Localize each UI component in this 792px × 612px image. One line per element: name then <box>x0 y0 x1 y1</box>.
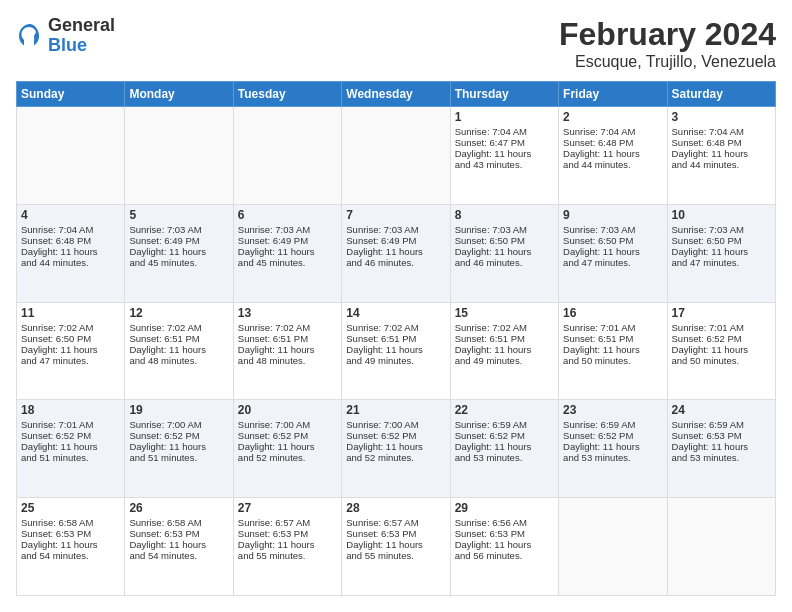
day-info: Daylight: 11 hours <box>563 441 662 452</box>
day-info: and 53 minutes. <box>672 452 771 463</box>
day-info: and 53 minutes. <box>455 452 554 463</box>
day-info: Sunrise: 7:04 AM <box>672 126 771 137</box>
day-info: Sunset: 6:52 PM <box>346 430 445 441</box>
day-info: Daylight: 11 hours <box>238 441 337 452</box>
day-info: and 46 minutes. <box>346 257 445 268</box>
day-info: Daylight: 11 hours <box>455 246 554 257</box>
day-info: Sunset: 6:50 PM <box>455 235 554 246</box>
header: General Blue February 2024 Escuque, Truj… <box>16 16 776 71</box>
calendar-cell <box>559 498 667 596</box>
day-header-thursday: Thursday <box>450 82 558 107</box>
day-info: and 54 minutes. <box>21 550 120 561</box>
day-info: Daylight: 11 hours <box>129 344 228 355</box>
day-info: Sunrise: 7:03 AM <box>455 224 554 235</box>
day-info: Sunrise: 7:01 AM <box>672 322 771 333</box>
day-info: Daylight: 11 hours <box>238 539 337 550</box>
day-info: Sunset: 6:49 PM <box>346 235 445 246</box>
day-header-friday: Friday <box>559 82 667 107</box>
week-row-3: 11Sunrise: 7:02 AMSunset: 6:50 PMDayligh… <box>17 302 776 400</box>
week-row-5: 25Sunrise: 6:58 AMSunset: 6:53 PMDayligh… <box>17 498 776 596</box>
day-info: Sunrise: 7:01 AM <box>21 419 120 430</box>
day-info: Daylight: 11 hours <box>21 344 120 355</box>
day-info: and 47 minutes. <box>21 355 120 366</box>
day-info: Daylight: 11 hours <box>672 344 771 355</box>
calendar-table: SundayMondayTuesdayWednesdayThursdayFrid… <box>16 81 776 596</box>
day-info: Daylight: 11 hours <box>129 246 228 257</box>
calendar-cell: 14Sunrise: 7:02 AMSunset: 6:51 PMDayligh… <box>342 302 450 400</box>
calendar-cell: 3Sunrise: 7:04 AMSunset: 6:48 PMDaylight… <box>667 107 775 205</box>
calendar-cell: 18Sunrise: 7:01 AMSunset: 6:52 PMDayligh… <box>17 400 125 498</box>
calendar-cell <box>17 107 125 205</box>
day-number: 10 <box>672 208 771 222</box>
day-number: 24 <box>672 403 771 417</box>
day-number: 4 <box>21 208 120 222</box>
day-info: Daylight: 11 hours <box>455 148 554 159</box>
day-number: 17 <box>672 306 771 320</box>
day-info: and 53 minutes. <box>563 452 662 463</box>
day-info: Daylight: 11 hours <box>672 148 771 159</box>
calendar-cell <box>233 107 341 205</box>
day-info: Sunrise: 6:57 AM <box>346 517 445 528</box>
day-info: Sunrise: 7:04 AM <box>21 224 120 235</box>
day-info: Sunrise: 7:03 AM <box>238 224 337 235</box>
calendar-cell: 15Sunrise: 7:02 AMSunset: 6:51 PMDayligh… <box>450 302 558 400</box>
day-info: and 47 minutes. <box>672 257 771 268</box>
day-info: and 45 minutes. <box>238 257 337 268</box>
day-number: 7 <box>346 208 445 222</box>
day-info: and 49 minutes. <box>455 355 554 366</box>
day-info: Sunrise: 7:03 AM <box>672 224 771 235</box>
day-info: Sunset: 6:51 PM <box>129 333 228 344</box>
day-info: Daylight: 11 hours <box>455 344 554 355</box>
day-info: Sunset: 6:51 PM <box>455 333 554 344</box>
day-info: Sunset: 6:52 PM <box>21 430 120 441</box>
day-info: Sunrise: 7:02 AM <box>129 322 228 333</box>
day-info: Daylight: 11 hours <box>346 344 445 355</box>
day-info: and 50 minutes. <box>672 355 771 366</box>
day-info: Sunset: 6:51 PM <box>238 333 337 344</box>
day-info: Sunset: 6:47 PM <box>455 137 554 148</box>
day-info: and 48 minutes. <box>129 355 228 366</box>
day-info: Sunrise: 6:59 AM <box>563 419 662 430</box>
day-info: Sunset: 6:50 PM <box>563 235 662 246</box>
day-info: Sunrise: 7:00 AM <box>346 419 445 430</box>
day-info: Sunset: 6:53 PM <box>455 528 554 539</box>
day-info: Sunset: 6:52 PM <box>238 430 337 441</box>
day-number: 23 <box>563 403 662 417</box>
calendar-title: February 2024 <box>559 16 776 53</box>
calendar-cell <box>125 107 233 205</box>
day-info: and 54 minutes. <box>129 550 228 561</box>
day-info: Daylight: 11 hours <box>129 539 228 550</box>
page: General Blue February 2024 Escuque, Truj… <box>0 0 792 612</box>
calendar-cell: 5Sunrise: 7:03 AMSunset: 6:49 PMDaylight… <box>125 204 233 302</box>
day-number: 29 <box>455 501 554 515</box>
day-info: Sunrise: 7:00 AM <box>238 419 337 430</box>
calendar-cell: 22Sunrise: 6:59 AMSunset: 6:52 PMDayligh… <box>450 400 558 498</box>
calendar-cell: 9Sunrise: 7:03 AMSunset: 6:50 PMDaylight… <box>559 204 667 302</box>
day-info: Sunrise: 7:02 AM <box>455 322 554 333</box>
calendar-cell: 10Sunrise: 7:03 AMSunset: 6:50 PMDayligh… <box>667 204 775 302</box>
day-info: Sunset: 6:48 PM <box>21 235 120 246</box>
calendar-cell: 1Sunrise: 7:04 AMSunset: 6:47 PMDaylight… <box>450 107 558 205</box>
day-info: Daylight: 11 hours <box>21 246 120 257</box>
day-info: and 45 minutes. <box>129 257 228 268</box>
day-info: Sunrise: 7:04 AM <box>563 126 662 137</box>
calendar-cell: 8Sunrise: 7:03 AMSunset: 6:50 PMDaylight… <box>450 204 558 302</box>
day-info: Sunset: 6:50 PM <box>672 235 771 246</box>
day-info: Daylight: 11 hours <box>346 539 445 550</box>
day-info: Sunrise: 7:01 AM <box>563 322 662 333</box>
week-row-4: 18Sunrise: 7:01 AMSunset: 6:52 PMDayligh… <box>17 400 776 498</box>
calendar-cell: 7Sunrise: 7:03 AMSunset: 6:49 PMDaylight… <box>342 204 450 302</box>
day-info: and 51 minutes. <box>21 452 120 463</box>
day-number: 14 <box>346 306 445 320</box>
day-info: and 44 minutes. <box>563 159 662 170</box>
day-number: 25 <box>21 501 120 515</box>
day-info: Sunset: 6:53 PM <box>21 528 120 539</box>
day-info: Sunset: 6:48 PM <box>672 137 771 148</box>
calendar-cell: 11Sunrise: 7:02 AMSunset: 6:50 PMDayligh… <box>17 302 125 400</box>
calendar-subtitle: Escuque, Trujillo, Venezuela <box>559 53 776 71</box>
title-block: February 2024 Escuque, Trujillo, Venezue… <box>559 16 776 71</box>
day-info: Sunrise: 7:03 AM <box>563 224 662 235</box>
day-info: and 44 minutes. <box>672 159 771 170</box>
day-info: Sunset: 6:49 PM <box>238 235 337 246</box>
day-info: Sunset: 6:53 PM <box>129 528 228 539</box>
